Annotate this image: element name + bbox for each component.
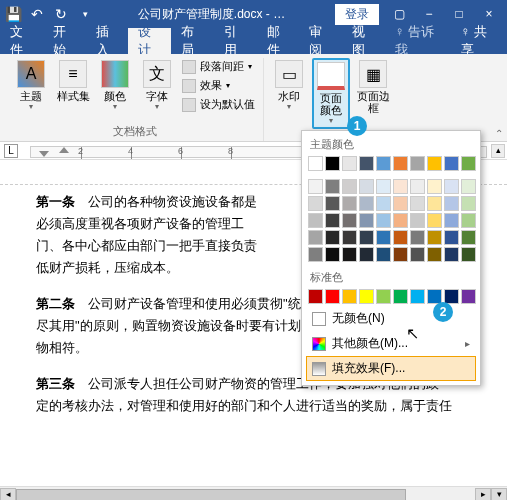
- color-swatch[interactable]: [376, 179, 391, 194]
- color-swatch[interactable]: [427, 247, 442, 262]
- hanging-indent[interactable]: [39, 151, 49, 157]
- color-swatch[interactable]: [325, 289, 340, 304]
- first-line-indent[interactable]: [59, 147, 69, 153]
- color-swatch[interactable]: [342, 179, 357, 194]
- collapse-ribbon-icon[interactable]: ⌃: [495, 128, 503, 139]
- color-swatch[interactable]: [308, 213, 323, 228]
- color-swatch[interactable]: [410, 289, 425, 304]
- color-swatch[interactable]: [325, 247, 340, 262]
- color-swatch[interactable]: [325, 230, 340, 245]
- color-swatch[interactable]: [427, 179, 442, 194]
- tab-insert[interactable]: 插入: [86, 28, 129, 54]
- tab-tell-me[interactable]: ♀ 告诉我: [385, 28, 451, 54]
- tab-mail[interactable]: 邮件: [257, 28, 300, 54]
- color-swatch[interactable]: [359, 247, 374, 262]
- color-swatch[interactable]: [376, 230, 391, 245]
- color-swatch[interactable]: [342, 213, 357, 228]
- set-default-button[interactable]: 设为默认值: [180, 96, 257, 113]
- color-swatch[interactable]: [393, 213, 408, 228]
- color-swatch[interactable]: [427, 230, 442, 245]
- themes-button[interactable]: A 主题 ▾: [12, 58, 50, 113]
- color-swatch[interactable]: [376, 156, 391, 171]
- ribbon-options-icon[interactable]: ▢: [385, 4, 413, 24]
- color-swatch[interactable]: [393, 230, 408, 245]
- color-swatch[interactable]: [461, 230, 476, 245]
- login-button[interactable]: 登录: [335, 4, 379, 25]
- scroll-thumb[interactable]: [16, 489, 406, 501]
- tab-share[interactable]: ♀ 共享: [451, 28, 507, 54]
- color-swatch[interactable]: [359, 289, 374, 304]
- undo-icon[interactable]: ↶: [28, 5, 46, 23]
- color-swatch[interactable]: [444, 196, 459, 211]
- color-swatch[interactable]: [427, 196, 442, 211]
- color-swatch[interactable]: [359, 179, 374, 194]
- redo-icon[interactable]: ↻: [52, 5, 70, 23]
- color-swatch[interactable]: [308, 289, 323, 304]
- color-swatch[interactable]: [461, 196, 476, 211]
- color-swatch[interactable]: [325, 213, 340, 228]
- color-swatch[interactable]: [325, 179, 340, 194]
- color-swatch[interactable]: [376, 213, 391, 228]
- color-swatch[interactable]: [393, 289, 408, 304]
- color-swatch[interactable]: [376, 289, 391, 304]
- color-swatch[interactable]: [325, 196, 340, 211]
- color-swatch[interactable]: [410, 196, 425, 211]
- color-swatch[interactable]: [444, 179, 459, 194]
- tab-review[interactable]: 审阅: [299, 28, 342, 54]
- colors-button[interactable]: 颜色 ▾: [96, 58, 134, 113]
- scroll-right-icon[interactable]: ▸: [475, 488, 491, 501]
- tab-layout[interactable]: 布局: [171, 28, 214, 54]
- save-icon[interactable]: 💾: [4, 5, 22, 23]
- page-border-button[interactable]: ▦ 页面边框: [354, 58, 392, 116]
- color-swatch[interactable]: [461, 156, 476, 171]
- color-swatch[interactable]: [444, 156, 459, 171]
- color-swatch[interactable]: [427, 213, 442, 228]
- fonts-button[interactable]: 文 字体 ▾: [138, 58, 176, 113]
- effects-button[interactable]: 效果▾: [180, 77, 257, 94]
- color-swatch[interactable]: [342, 247, 357, 262]
- color-swatch[interactable]: [410, 247, 425, 262]
- color-swatch[interactable]: [342, 230, 357, 245]
- scroll-up-icon[interactable]: ▴: [491, 144, 505, 158]
- tab-home[interactable]: 开始: [43, 28, 86, 54]
- fill-effects-item[interactable]: 填充效果(F)...: [306, 356, 476, 381]
- color-swatch[interactable]: [359, 213, 374, 228]
- tab-design[interactable]: 设计: [128, 28, 171, 54]
- color-swatch[interactable]: [308, 196, 323, 211]
- color-swatch[interactable]: [325, 156, 340, 171]
- color-swatch[interactable]: [308, 156, 323, 171]
- color-swatch[interactable]: [393, 247, 408, 262]
- watermark-button[interactable]: ▭ 水印 ▾: [270, 58, 308, 113]
- color-swatch[interactable]: [359, 230, 374, 245]
- tab-file[interactable]: 文件: [0, 28, 43, 54]
- tab-selector-icon[interactable]: L: [4, 144, 18, 158]
- horizontal-scrollbar[interactable]: ◂ ▸ ▾: [0, 486, 507, 500]
- tab-view[interactable]: 视图: [342, 28, 385, 54]
- color-swatch[interactable]: [444, 247, 459, 262]
- color-swatch[interactable]: [308, 230, 323, 245]
- color-swatch[interactable]: [308, 247, 323, 262]
- color-swatch[interactable]: [410, 213, 425, 228]
- maximize-button[interactable]: □: [445, 4, 473, 24]
- color-swatch[interactable]: [308, 179, 323, 194]
- stylesets-button[interactable]: ≡ 样式集: [54, 58, 92, 104]
- color-swatch[interactable]: [410, 179, 425, 194]
- color-swatch[interactable]: [461, 179, 476, 194]
- color-swatch[interactable]: [342, 156, 357, 171]
- color-swatch[interactable]: [393, 179, 408, 194]
- qat-dropdown-icon[interactable]: ▾: [76, 5, 94, 23]
- color-swatch[interactable]: [359, 156, 374, 171]
- color-swatch[interactable]: [393, 156, 408, 171]
- close-button[interactable]: ×: [475, 4, 503, 24]
- color-swatch[interactable]: [444, 230, 459, 245]
- color-swatch[interactable]: [376, 196, 391, 211]
- page-color-button[interactable]: 页面颜色 ▾: [312, 58, 350, 129]
- color-swatch[interactable]: [342, 289, 357, 304]
- more-colors-item[interactable]: 其他颜色(M)...▸: [306, 331, 476, 356]
- tab-references[interactable]: 引用: [214, 28, 257, 54]
- color-swatch[interactable]: [376, 247, 391, 262]
- color-swatch[interactable]: [427, 156, 442, 171]
- scroll-down-icon[interactable]: ▾: [491, 488, 507, 501]
- color-swatch[interactable]: [461, 247, 476, 262]
- scroll-track[interactable]: [16, 488, 475, 501]
